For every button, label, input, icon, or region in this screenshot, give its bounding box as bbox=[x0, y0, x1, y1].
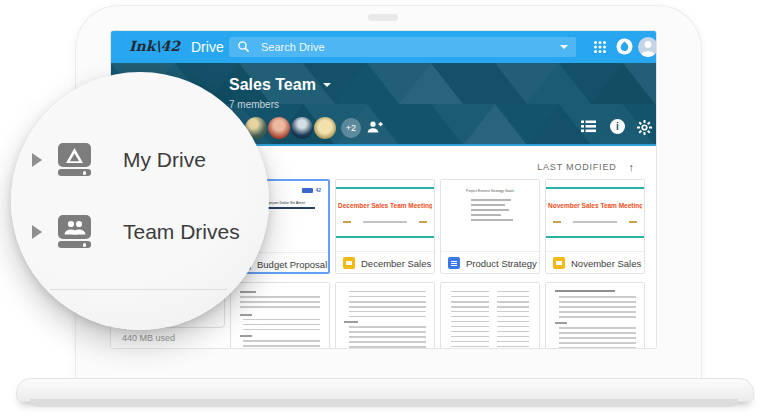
divider bbox=[50, 289, 227, 290]
file-name: Product Strategy Goa... bbox=[466, 258, 539, 269]
search-icon bbox=[237, 40, 250, 53]
slide-ornament bbox=[343, 221, 351, 223]
docs-file-icon bbox=[448, 257, 460, 269]
text-line-block bbox=[243, 340, 320, 349]
member-avatar-stack: +2 bbox=[245, 117, 361, 139]
slide-divider bbox=[546, 187, 644, 189]
text-line bbox=[471, 204, 505, 206]
slide-title: December Sales Team Meeting bbox=[338, 202, 432, 209]
member-avatar bbox=[314, 117, 336, 139]
file-thumbnail: December Sales Team Meeting bbox=[336, 180, 434, 252]
app-bar: Ink\42 Drive bbox=[111, 31, 656, 63]
text-line-block bbox=[349, 291, 426, 317]
info-icon[interactable]: i bbox=[610, 119, 625, 134]
search-input[interactable] bbox=[259, 40, 576, 54]
text-line bbox=[471, 219, 513, 221]
file-thumbnail bbox=[546, 283, 644, 349]
member-avatar bbox=[268, 117, 290, 139]
logo-flag-icon bbox=[302, 188, 313, 193]
search-options-caret-icon[interactable] bbox=[560, 45, 568, 49]
text-line-block bbox=[559, 296, 636, 318]
expand-arrow-icon[interactable] bbox=[32, 225, 42, 239]
team-name-dropdown[interactable]: Sales Team bbox=[229, 76, 331, 94]
chevron-down-icon bbox=[323, 83, 331, 87]
team-members-count: 7 members bbox=[229, 99, 279, 110]
slide-divider bbox=[336, 187, 434, 189]
member-avatar bbox=[291, 117, 313, 139]
add-member-icon[interactable] bbox=[365, 120, 383, 134]
slide-ornament bbox=[629, 221, 637, 223]
text-line bbox=[344, 321, 358, 323]
text-line bbox=[471, 209, 509, 211]
file-thumbnail bbox=[231, 283, 329, 349]
my-drive-item[interactable]: My Drive bbox=[123, 148, 206, 172]
file-thumbnail bbox=[336, 283, 434, 349]
drive-triangle-icon bbox=[66, 148, 83, 163]
text-column bbox=[497, 291, 529, 349]
file-thumbnail: November Sales Team Meeting bbox=[546, 180, 644, 252]
storage-used-label: 440 MB used bbox=[122, 333, 175, 343]
laptop-camera-notch bbox=[368, 14, 398, 21]
file-card[interactable] bbox=[335, 282, 435, 349]
notifications-icon[interactable] bbox=[616, 38, 633, 55]
text-line bbox=[471, 214, 501, 216]
text-line-block bbox=[559, 327, 636, 349]
slide-divider bbox=[546, 236, 644, 238]
sort-direction-arrow-icon: ↑ bbox=[629, 161, 635, 173]
doc-title: Project Everest Strategy Goals bbox=[441, 189, 539, 193]
file-name: Budget Proposal Tem... bbox=[257, 259, 328, 270]
slide-subtitle bbox=[573, 221, 617, 223]
file-card[interactable] bbox=[440, 282, 540, 349]
slide-ornament bbox=[553, 221, 561, 223]
slide-subtitle-row bbox=[343, 221, 427, 223]
my-drive-icon bbox=[58, 143, 91, 176]
team-drives-icon bbox=[58, 215, 91, 248]
person-icon bbox=[638, 37, 657, 57]
expand-arrow-icon[interactable] bbox=[32, 153, 42, 167]
file-card[interactable]: December Sales Team Meeting December Sal… bbox=[335, 179, 435, 274]
list-view-toggle-icon[interactable] bbox=[581, 120, 596, 133]
file-name: November Sales Tea... bbox=[571, 258, 644, 269]
text-line bbox=[471, 199, 511, 201]
text-line-block bbox=[240, 296, 320, 310]
slide-title: November Sales Team Meeting bbox=[548, 202, 642, 209]
file-card[interactable] bbox=[230, 282, 330, 349]
slides-file-icon bbox=[553, 257, 565, 269]
file-name: December Sales Tea... bbox=[361, 258, 434, 269]
slide-ornament bbox=[419, 221, 427, 223]
slides-file-icon bbox=[343, 257, 355, 269]
logo-number: 42 bbox=[315, 187, 321, 193]
text-line-block bbox=[349, 326, 426, 349]
team-name-label: Sales Team bbox=[229, 76, 316, 94]
company-logo: Ink\42 bbox=[129, 38, 180, 54]
text-line bbox=[240, 291, 256, 293]
slide-divider bbox=[336, 236, 434, 238]
sidebar-magnifier-callout: My Drive Team Drives bbox=[11, 72, 269, 330]
slide-subtitle bbox=[363, 221, 407, 223]
settings-gear-icon[interactable] bbox=[637, 120, 652, 135]
file-thumbnail bbox=[441, 283, 539, 349]
file-card[interactable] bbox=[545, 282, 645, 349]
text-line bbox=[555, 322, 567, 324]
text-line bbox=[240, 314, 252, 316]
doc-logo: 42 bbox=[302, 187, 321, 193]
product-name: Drive bbox=[191, 39, 224, 55]
laptop-base-lip bbox=[30, 399, 738, 407]
slide-subtitle-row bbox=[553, 221, 637, 223]
extra-members-badge[interactable]: +2 bbox=[341, 118, 361, 138]
text-line bbox=[240, 335, 252, 337]
apps-grid-icon[interactable] bbox=[593, 40, 607, 54]
text-line-block bbox=[243, 319, 320, 331]
file-card[interactable]: November Sales Team Meeting November Sal… bbox=[545, 179, 645, 274]
search-box[interactable] bbox=[229, 37, 576, 57]
account-avatar[interactable] bbox=[638, 37, 657, 57]
text-line bbox=[555, 290, 615, 292]
page: Ink\42 Drive bbox=[0, 0, 768, 416]
sort-label: LAST MODIFIED bbox=[537, 162, 616, 172]
sort-control[interactable]: LAST MODIFIED ↑ bbox=[537, 161, 634, 173]
file-card[interactable]: Project Everest Strategy Goals Product S… bbox=[440, 179, 540, 274]
file-thumbnail: Project Everest Strategy Goals bbox=[441, 180, 539, 252]
people-icon bbox=[64, 220, 86, 235]
text-column bbox=[451, 291, 489, 349]
team-drives-item[interactable]: Team Drives bbox=[123, 220, 240, 244]
